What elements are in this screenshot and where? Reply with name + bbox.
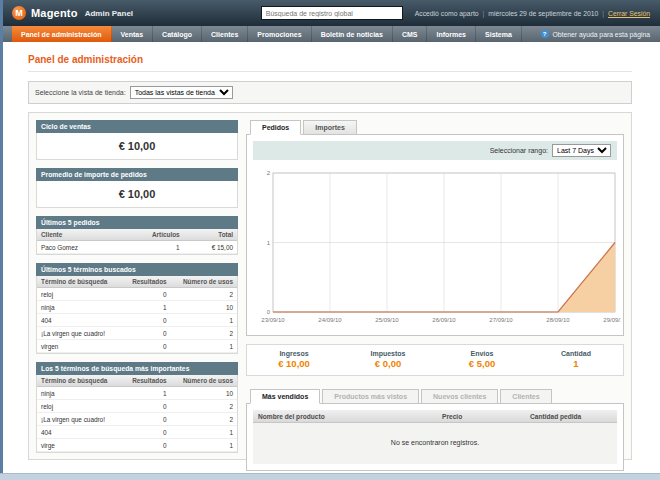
last-orders-widget: Últimos 5 pedidos ClienteArtículosTotal … xyxy=(36,216,238,255)
last-orders-table: ClienteArtículosTotal Paco Gomez1€ 15,00 xyxy=(37,229,237,254)
column-header: Artículos xyxy=(119,229,184,241)
svg-text:25/09/10: 25/09/10 xyxy=(375,317,399,323)
column-header: Precio xyxy=(437,410,525,423)
orders-tab-panel: Seleccionar rango: Last 7 Days 23/09/102… xyxy=(246,134,624,336)
current-date: miércoles 29 de septiembre de 2010 xyxy=(488,10,598,17)
svg-text:2: 2 xyxy=(267,170,271,176)
svg-text:28/09/10: 28/09/10 xyxy=(546,317,570,323)
table-row[interactable]: virge01 xyxy=(37,439,237,452)
totals-bar: Ingresos € 10,00 Impuestos € 0,00 Envíos… xyxy=(246,344,624,376)
global-search-input[interactable] xyxy=(261,6,403,20)
dashboard-right-column: Pedidos Importes Seleccionar rango: Last… xyxy=(246,120,624,452)
sales-cycle-value: € 10,00 xyxy=(37,133,237,159)
sales-cycle-widget: Ciclo de ventas € 10,00 xyxy=(36,120,238,160)
tab-orders[interactable]: Pedidos xyxy=(250,120,301,135)
logged-in-as: Accedió como aparto xyxy=(415,10,479,17)
table-row[interactable]: reloj02 xyxy=(37,288,237,301)
nav-item-dashboard[interactable]: Panel de administración xyxy=(12,26,112,42)
page-title: Panel de administración xyxy=(28,50,632,72)
magento-logo-icon: M xyxy=(12,6,26,20)
tab-customers[interactable]: Clientes xyxy=(500,389,551,404)
stat-label: Cantidad xyxy=(529,350,623,357)
help-label: Obtener ayuda para esta página xyxy=(553,31,651,38)
nav-item-sales[interactable]: Ventas xyxy=(112,26,154,42)
top-search-terms-table: Término de búsquedaResultadosNúmero de u… xyxy=(37,375,237,452)
table-row[interactable]: reloj02 xyxy=(37,400,237,413)
column-header: Cantidad pedida xyxy=(525,410,617,423)
nav-item-reports[interactable]: Informes xyxy=(427,26,476,42)
nav-item-promotions[interactable]: Promociones xyxy=(248,26,311,42)
table-row[interactable]: ninja110 xyxy=(37,301,237,314)
logout-link[interactable]: Cerrar Sesión xyxy=(608,10,650,17)
tab-amounts[interactable]: Importes xyxy=(303,120,357,135)
help-icon: ? xyxy=(541,30,549,38)
range-select[interactable]: Last 7 Days xyxy=(552,144,611,157)
column-header: Número de usos xyxy=(171,375,237,387)
nav-item-catalog[interactable]: Catálogo xyxy=(153,26,202,42)
tab-bestsellers[interactable]: Más vendidos xyxy=(250,389,320,404)
stat-label: Envíos xyxy=(435,350,529,357)
logo-suffix: Admin Panel xyxy=(85,9,133,18)
products-tabs: Más vendidos Productos más vistos Nuevos… xyxy=(246,389,624,404)
last-search-terms-table: Término de búsquedaResultadosNúmero de u… xyxy=(37,276,237,353)
svg-text:27/09/10: 27/09/10 xyxy=(489,317,513,323)
range-bar: Seleccionar rango: Last 7 Days xyxy=(253,141,617,160)
nav-item-customers[interactable]: Clientes xyxy=(202,26,248,42)
bestsellers-table: Nombre del productoPrecioCantidad pedida… xyxy=(253,410,617,464)
widget-title: Ciclo de ventas xyxy=(36,120,238,133)
svg-text:1: 1 xyxy=(267,240,271,246)
nav-item-cms[interactable]: CMS xyxy=(393,26,428,42)
top-search-terms-widget: Los 5 términos de búsqueda más important… xyxy=(36,362,238,453)
stat-value: € 5,00 xyxy=(435,358,529,369)
nav-item-newsletter[interactable]: Boletín de noticias xyxy=(312,26,393,42)
table-row[interactable]: 40401 xyxy=(37,314,237,327)
content-area: Panel de administración Seleccione la vi… xyxy=(0,42,660,473)
stat-value: € 0,00 xyxy=(341,358,435,369)
svg-text:24/09/10: 24/09/10 xyxy=(318,317,342,323)
header: M Magento Admin Panel Accedió como apart… xyxy=(0,0,660,26)
logo-text: Magento xyxy=(31,7,78,19)
column-header: Total xyxy=(184,229,237,241)
dashboard: Ciclo de ventas € 10,00 Promedio de impo… xyxy=(28,112,632,460)
column-header: Término de búsqueda xyxy=(37,375,122,387)
table-row[interactable]: ¡La virgen que cuadro!02 xyxy=(37,413,237,426)
table-row[interactable]: ¡La virgen que cuadro!02 xyxy=(37,327,237,340)
table-row[interactable]: ninja110 xyxy=(37,387,237,400)
chart-wrapper: 23/09/1024/09/1025/09/1026/09/1027/09/10… xyxy=(253,160,617,329)
average-order-value: € 10,00 xyxy=(37,181,237,207)
tab-most-viewed[interactable]: Productos más vistos xyxy=(322,389,419,404)
stat-label: Impuestos xyxy=(341,350,435,357)
window-frame-left xyxy=(0,0,3,480)
stat-label: Ingresos xyxy=(247,350,341,357)
magento-logo: M Magento Admin Panel xyxy=(12,6,133,20)
nav-item-system[interactable]: Sistema xyxy=(476,26,522,42)
table-row[interactable]: 40401 xyxy=(37,426,237,439)
svg-text:0: 0 xyxy=(267,309,271,315)
column-header: Término de búsqueda xyxy=(37,276,122,288)
widget-title: Últimos 5 términos buscados xyxy=(36,263,238,276)
table-row[interactable]: Paco Gomez1€ 15,00 xyxy=(37,241,237,254)
tab-new-customers[interactable]: Nuevos clientes xyxy=(421,389,498,404)
store-view-bar: Seleccione la vista de tienda: Todas las… xyxy=(28,81,632,104)
main-nav: Panel de administración Ventas Catálogo … xyxy=(0,26,660,42)
bestsellers-panel: Nombre del productoPrecioCantidad pedida… xyxy=(246,403,624,471)
table-row[interactable]: virgen01 xyxy=(37,340,237,353)
help-link[interactable]: ? Obtener ayuda para esta página xyxy=(541,26,660,42)
column-header: Resultados xyxy=(122,276,171,288)
window-frame-bottom xyxy=(0,473,660,480)
column-header: Nombre del producto xyxy=(253,410,437,423)
empty-row: No se encontraron registros. xyxy=(253,423,617,465)
separator: | xyxy=(602,10,604,17)
widget-title: Los 5 términos de búsqueda más important… xyxy=(36,362,238,375)
separator: | xyxy=(483,10,485,17)
store-view-label: Seleccione la vista de tienda: xyxy=(35,89,126,96)
empty-message: No se encontraron registros. xyxy=(253,423,617,465)
column-header: Resultados xyxy=(122,375,171,387)
store-view-select[interactable]: Todas las vistas de tienda xyxy=(130,86,233,99)
range-label: Seleccionar rango: xyxy=(490,147,548,154)
column-header: Cliente xyxy=(37,229,119,241)
orders-area-chart: 23/09/1024/09/1025/09/1026/09/1027/09/10… xyxy=(255,167,621,325)
last-search-terms-widget: Últimos 5 términos buscados Término de b… xyxy=(36,263,238,354)
svg-text:29/09/10: 29/09/10 xyxy=(603,317,621,323)
svg-text:26/09/10: 26/09/10 xyxy=(432,317,456,323)
